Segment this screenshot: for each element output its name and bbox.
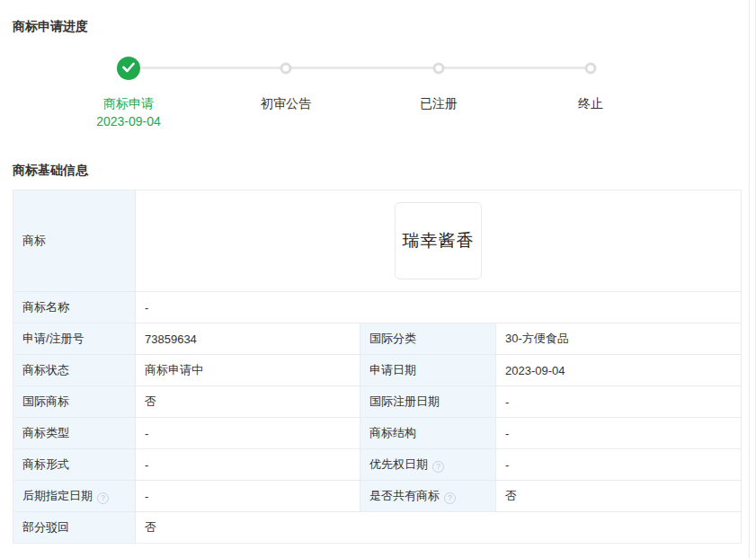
label-cell: 优先权日期? [360, 449, 496, 481]
table-row: 商标状态 商标申请中 申请日期 2023-09-04 [13, 355, 742, 386]
field-label: 是否共有商标 [369, 489, 440, 502]
help-icon[interactable]: ? [432, 461, 444, 473]
label-cell: 国际商标 [13, 386, 136, 418]
label-cell: 申请/注册号 [13, 323, 136, 355]
table-row: 国际商标 否 国际注册日期 - [13, 386, 742, 418]
vertical-scrollbar[interactable] [749, 0, 756, 558]
field-label: 后期指定日期 [22, 489, 93, 502]
step-pending-circle [585, 63, 597, 75]
label-cell: 国际分类 [360, 323, 496, 355]
label-cell: 商标类型 [13, 418, 136, 449]
step-date: 2023-09-04 [52, 112, 205, 130]
table-row: 部分驳回 否 [13, 512, 742, 544]
value-cell: 73859634 [136, 323, 360, 355]
value-cell: - [136, 292, 742, 323]
value-cell: 否 [136, 386, 360, 418]
value-cell: - [496, 418, 742, 449]
field-label: 优先权日期 [369, 457, 428, 471]
value-cell: 否 [496, 481, 742, 512]
step-label-terminated: 终止 [514, 94, 667, 112]
value-cell: 30-方便食品 [496, 323, 742, 355]
label-cell: 申请日期 [360, 355, 496, 386]
value-cell: 2023-09-04 [496, 355, 742, 386]
label-cell: 商标结构 [360, 418, 496, 449]
step-label-application: 商标申请 2023-09-04 [52, 94, 205, 130]
label-cell: 部分驳回 [13, 512, 136, 544]
step-label-registered: 已注册 [362, 94, 515, 112]
application-progress-stepper: 商标申请 2023-09-04 初审公告 已注册 终止 [0, 0, 756, 135]
step-name: 终止 [514, 94, 667, 112]
trademark-image-cell: 瑞幸酱香 [136, 190, 742, 292]
stepper-connector-line [129, 66, 591, 69]
step-name: 已注册 [362, 94, 515, 112]
help-icon[interactable]: ? [97, 492, 109, 504]
label-cell: 国际注册日期 [360, 386, 496, 418]
step-label-preliminary-publication: 初审公告 [209, 94, 362, 112]
label-cell: 是否共有商标? [360, 481, 496, 512]
value-cell: - [136, 449, 360, 481]
label-cell: 商标形式 [13, 449, 136, 481]
label-cell: 后期指定日期? [13, 481, 136, 512]
table-row: 商标类型 - 商标结构 - [13, 418, 742, 449]
value-cell: - [136, 418, 360, 449]
value-cell: 否 [136, 512, 742, 544]
check-icon [122, 60, 135, 76]
table-row: 商标名称 - [13, 292, 742, 323]
trademark-basic-info-table: 商标 瑞幸酱香 商标名称 - 申请/注册号 73859634 国际分类 30-方… [13, 190, 742, 544]
value-cell: - [136, 481, 360, 512]
step-name: 商标申请 [52, 94, 205, 112]
label-cell: 商标 [13, 190, 136, 292]
step-pending-circle [280, 63, 292, 75]
label-cell: 商标状态 [13, 355, 136, 386]
table-row: 后期指定日期? - 是否共有商标? 否 [13, 481, 742, 512]
label-cell: 商标名称 [13, 292, 136, 323]
table-row: 商标形式 - 优先权日期? - [13, 449, 742, 481]
basic-info-section-title: 商标基础信息 [13, 163, 88, 177]
step-pending-circle [433, 63, 445, 75]
table-row: 商标 瑞幸酱香 [13, 190, 742, 292]
help-icon[interactable]: ? [444, 492, 456, 504]
step-done-circle [117, 57, 140, 80]
table-row: 申请/注册号 73859634 国际分类 30-方便食品 [13, 323, 742, 355]
trademark-detail-page: 商标申请进度 商标申请 2023-09-04 初审公告 已注册 终止 商标基础信… [0, 0, 756, 558]
trademark-image-thumbnail[interactable]: 瑞幸酱香 [395, 202, 482, 279]
value-cell: - [496, 386, 742, 418]
step-name: 初审公告 [209, 94, 362, 112]
value-cell: - [496, 449, 742, 481]
value-cell: 商标申请中 [136, 355, 360, 386]
